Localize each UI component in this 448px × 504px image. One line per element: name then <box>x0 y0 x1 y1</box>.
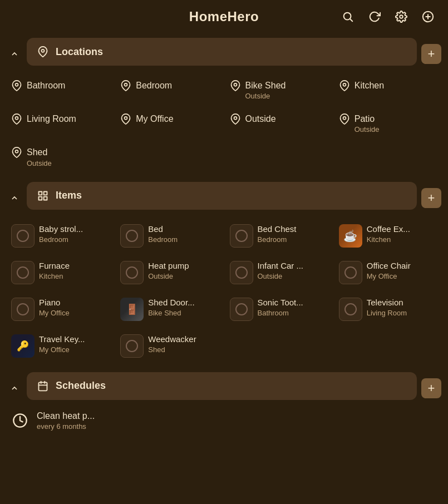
item-thumbnail-placeholder <box>120 334 144 358</box>
item-coffee-ex[interactable]: ☕ Coffee Ex... Kitchen <box>334 219 441 253</box>
item-sonic-toot[interactable]: Sonic Toot... Bathroom <box>225 292 332 327</box>
location-item-outside[interactable]: Outside <box>225 108 332 139</box>
item-location: Kitchen <box>39 272 109 280</box>
item-thumbnail-placeholder <box>120 224 144 248</box>
svg-rect-18 <box>44 196 47 200</box>
svg-point-7 <box>16 83 18 86</box>
svg-point-14 <box>343 117 346 120</box>
item-name: Coffee Ex... <box>367 224 437 234</box>
svg-line-1 <box>350 19 352 21</box>
item-name: Shed Door... <box>148 298 218 308</box>
schedule-item-clean-heat-pump[interactable]: Clean heat p... every 6 months <box>7 404 441 437</box>
location-name: Bedroom <box>136 80 172 91</box>
location-sub: Outside <box>355 125 380 134</box>
item-thumbnail-placeholder <box>11 224 35 248</box>
refresh-icon[interactable] <box>366 8 383 26</box>
item-name: Bed Chest <box>258 224 328 234</box>
item-name: Piano <box>39 298 109 308</box>
schedule-clock-icon <box>11 412 29 429</box>
item-location: Bedroom <box>258 235 328 244</box>
locations-grid: Bathroom Bedroom Bike Shed Outside Kitch… <box>7 70 441 177</box>
location-pin-icon <box>37 46 49 58</box>
item-name: Sonic Toot... <box>258 298 328 308</box>
location-item-bedroom[interactable]: Bedroom <box>116 75 223 106</box>
location-name: Patio <box>355 113 380 124</box>
svg-point-10 <box>343 83 346 86</box>
item-location: Outside <box>148 272 218 280</box>
location-item-my-office[interactable]: My Office <box>116 108 223 139</box>
item-shed-door[interactable]: 🚪 Shed Door... Bike Shed <box>116 292 223 327</box>
item-travel-key[interactable]: 🔑 Travel Key... My Office <box>7 329 114 363</box>
item-location: Shed <box>148 345 218 354</box>
item-name: Travel Key... <box>39 334 109 344</box>
schedules-title: Schedules <box>56 380 106 392</box>
svg-point-9 <box>234 83 237 86</box>
svg-point-11 <box>16 117 18 120</box>
svg-point-8 <box>125 83 127 86</box>
schedules-collapse-button[interactable] <box>7 381 22 396</box>
location-name: Shed <box>27 147 52 157</box>
items-section: Items + Baby strol... Bedroom Bed Bedroo… <box>7 182 441 368</box>
item-television[interactable]: Television Living Room <box>334 292 441 327</box>
item-location: Bathroom <box>258 309 328 317</box>
location-name: Living Room <box>27 113 76 124</box>
item-bed-chest[interactable]: Bed Chest Bedroom <box>225 219 332 253</box>
location-name: Outside <box>245 113 276 124</box>
items-header: Items <box>27 182 417 210</box>
item-infant-car[interactable]: Infant Car ... Outside <box>225 255 332 290</box>
item-furnace[interactable]: Furnace Kitchen <box>7 255 114 290</box>
schedules-section: Schedules + Clean heat p... every 6 mont… <box>7 372 441 437</box>
item-location: Outside <box>258 272 328 280</box>
item-thumbnail-shed-door: 🚪 <box>120 298 144 321</box>
item-location: Bedroom <box>148 235 218 244</box>
location-name: Bathroom <box>27 80 65 91</box>
item-name: Office Chair <box>367 261 437 271</box>
item-location: Bedroom <box>39 235 109 244</box>
location-name: Bike Shed <box>245 80 286 91</box>
item-location: Bike Shed <box>148 309 218 317</box>
item-weedwacker[interactable]: Weedwacker Shed <box>116 329 223 363</box>
svg-rect-16 <box>39 191 42 195</box>
item-name: Television <box>367 298 437 308</box>
item-bed[interactable]: Bed Bedroom <box>116 219 223 253</box>
add-location-button[interactable]: + <box>421 44 441 64</box>
item-thumbnail-placeholder <box>230 298 253 321</box>
location-item-shed[interactable]: Shed Outside <box>7 141 114 172</box>
svg-point-13 <box>234 117 237 120</box>
items-grid: Baby strol... Bedroom Bed Bedroom Bed Ch… <box>7 214 441 368</box>
search-icon[interactable] <box>339 8 357 26</box>
locations-collapse-button[interactable] <box>7 46 22 62</box>
settings-icon[interactable] <box>392 8 410 26</box>
item-thumbnail-travel: 🔑 <box>11 334 35 358</box>
item-piano[interactable]: Piano My Office <box>7 292 114 327</box>
item-thumbnail-placeholder <box>230 224 253 248</box>
location-item-bathroom[interactable]: Bathroom <box>7 75 114 106</box>
item-office-chair[interactable]: Office Chair My Office <box>334 255 441 290</box>
items-collapse-button[interactable] <box>7 190 22 206</box>
app-header: HomeHero <box>0 0 448 33</box>
add-global-icon[interactable] <box>419 8 437 26</box>
svg-point-2 <box>400 15 403 18</box>
item-name: Heat pump <box>148 261 218 271</box>
location-item-patio[interactable]: Patio Outside <box>334 108 441 139</box>
location-name: Kitchen <box>355 80 384 91</box>
item-name: Furnace <box>39 261 109 271</box>
location-sub: Outside <box>245 92 286 100</box>
add-item-button[interactable]: + <box>421 188 441 208</box>
svg-rect-17 <box>44 191 47 195</box>
item-location: Kitchen <box>367 235 437 244</box>
item-thumbnail-placeholder <box>339 261 362 284</box>
item-location: My Office <box>39 309 109 317</box>
item-baby-stroller[interactable]: Baby strol... Bedroom <box>7 219 114 253</box>
item-name: Weedwacker <box>148 334 218 344</box>
location-item-living-room[interactable]: Living Room <box>7 108 114 139</box>
svg-rect-19 <box>39 196 42 200</box>
items-icon <box>37 190 49 202</box>
item-thumbnail-placeholder <box>339 298 362 321</box>
location-item-bike-shed[interactable]: Bike Shed Outside <box>225 75 332 106</box>
location-sub: Outside <box>27 159 52 167</box>
item-thumbnail-placeholder <box>230 261 253 284</box>
location-item-kitchen[interactable]: Kitchen <box>334 75 441 106</box>
add-schedule-button[interactable]: + <box>421 378 441 398</box>
item-heat-pump[interactable]: Heat pump Outside <box>116 255 223 290</box>
